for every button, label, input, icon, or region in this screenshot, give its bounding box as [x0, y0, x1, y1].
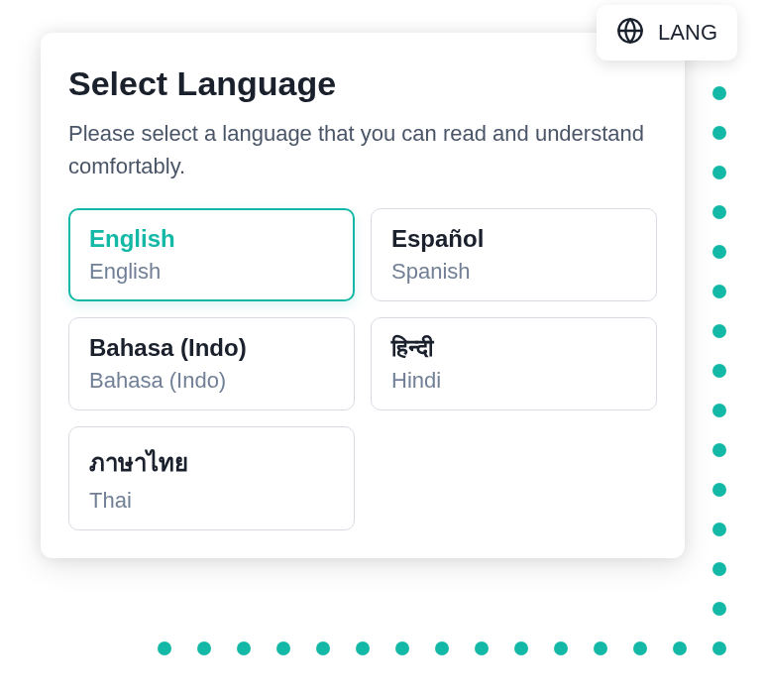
option-english-label: Thai — [89, 488, 334, 514]
decorative-dot — [475, 642, 489, 655]
decorative-dot — [712, 562, 726, 576]
language-option-english[interactable]: English English — [68, 208, 355, 301]
language-grid: English English Español Spanish Bahasa (… — [68, 208, 657, 530]
language-card: Select Language Please select a language… — [41, 33, 685, 558]
option-english-label: Bahasa (Indo) — [89, 368, 334, 394]
decorative-dot — [633, 642, 647, 655]
decorative-dot — [712, 602, 726, 616]
option-native-label: Español — [391, 225, 636, 253]
decorative-dot — [435, 642, 449, 655]
option-native-label: English — [89, 225, 334, 253]
option-english-label: English — [89, 259, 334, 285]
card-subtitle: Please select a language that you can re… — [68, 117, 657, 182]
decorative-dot — [712, 443, 726, 457]
decorative-dot — [712, 642, 726, 655]
decorative-dot — [712, 126, 726, 140]
decorative-dot — [276, 642, 290, 655]
decorative-dot — [197, 642, 211, 655]
decorative-dot — [712, 404, 726, 417]
decorative-dot — [554, 642, 568, 655]
decorative-dot — [673, 642, 687, 655]
decorative-dot — [712, 364, 726, 378]
decorative-dot — [712, 523, 726, 536]
option-native-label: ภาษาไทย — [89, 443, 334, 482]
decorative-dot — [316, 642, 330, 655]
card-title: Select Language — [68, 64, 657, 103]
option-english-label: Spanish — [391, 259, 636, 285]
decorative-dot — [395, 642, 409, 655]
option-native-label: Bahasa (Indo) — [89, 334, 334, 362]
decorative-dot — [514, 642, 528, 655]
language-option-spanish[interactable]: Español Spanish — [371, 208, 657, 301]
decorative-dot — [158, 642, 171, 655]
language-option-hindi[interactable]: हिन्दी Hindi — [371, 317, 657, 410]
language-option-thai[interactable]: ภาษาไทย Thai — [68, 426, 355, 530]
decorative-dot — [712, 205, 726, 219]
lang-badge-label: LANG — [658, 20, 717, 46]
decorative-dot — [712, 285, 726, 298]
decorative-dot — [712, 86, 726, 100]
globe-icon — [616, 17, 644, 49]
decorative-dot — [237, 642, 251, 655]
decorative-dot — [594, 642, 607, 655]
decorative-dot — [712, 245, 726, 259]
option-native-label: हिन्दी — [391, 334, 636, 362]
decorative-dot — [712, 166, 726, 179]
decorative-dot — [712, 483, 726, 497]
decorative-dot — [356, 642, 370, 655]
language-option-bahasa[interactable]: Bahasa (Indo) Bahasa (Indo) — [68, 317, 355, 410]
lang-badge[interactable]: LANG — [597, 5, 737, 60]
decorative-dot — [712, 324, 726, 338]
option-english-label: Hindi — [391, 368, 636, 394]
